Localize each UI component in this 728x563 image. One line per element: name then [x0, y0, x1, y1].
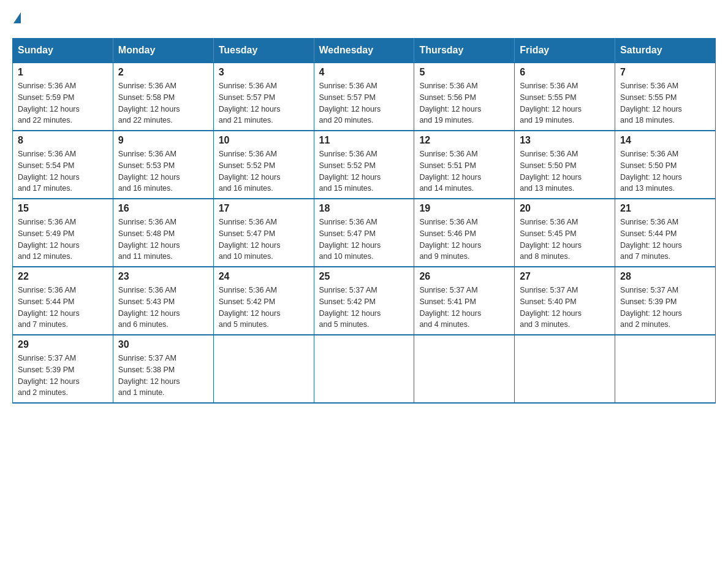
column-header-sunday: Sunday [13, 39, 113, 63]
day-number: 18 [319, 203, 409, 214]
day-number: 9 [118, 135, 208, 146]
day-info: Sunrise: 5:36 AM Sunset: 5:53 PM Dayligh… [118, 148, 208, 194]
day-info: Sunrise: 5:36 AM Sunset: 5:46 PM Dayligh… [419, 216, 509, 262]
table-row: 1 Sunrise: 5:36 AM Sunset: 5:59 PM Dayli… [13, 63, 113, 131]
day-number: 6 [520, 67, 610, 78]
day-info: Sunrise: 5:36 AM Sunset: 5:42 PM Dayligh… [219, 285, 309, 331]
day-info: Sunrise: 5:36 AM Sunset: 5:54 PM Dayligh… [18, 148, 108, 194]
table-row: 7 Sunrise: 5:36 AM Sunset: 5:55 PM Dayli… [615, 63, 716, 131]
table-row: 2 Sunrise: 5:36 AM Sunset: 5:58 PM Dayli… [113, 63, 213, 131]
table-row: 11 Sunrise: 5:36 AM Sunset: 5:52 PM Dayl… [314, 131, 414, 199]
table-row: 15 Sunrise: 5:36 AM Sunset: 5:49 PM Dayl… [13, 199, 113, 267]
day-info: Sunrise: 5:37 AM Sunset: 5:39 PM Dayligh… [620, 285, 710, 331]
table-row: 22 Sunrise: 5:36 AM Sunset: 5:44 PM Dayl… [13, 267, 113, 335]
table-row: 25 Sunrise: 5:37 AM Sunset: 5:42 PM Dayl… [314, 267, 414, 335]
day-number: 21 [620, 203, 710, 214]
column-header-wednesday: Wednesday [314, 39, 414, 63]
day-number: 23 [118, 271, 208, 282]
calendar-header-row: SundayMondayTuesdayWednesdayThursdayFrid… [13, 39, 716, 63]
table-row: 10 Sunrise: 5:36 AM Sunset: 5:52 PM Dayl… [213, 131, 314, 199]
table-row: 6 Sunrise: 5:36 AM Sunset: 5:55 PM Dayli… [515, 63, 615, 131]
table-row: 19 Sunrise: 5:36 AM Sunset: 5:46 PM Dayl… [414, 199, 515, 267]
table-row [515, 335, 615, 403]
day-number: 26 [419, 271, 509, 282]
table-row: 3 Sunrise: 5:36 AM Sunset: 5:57 PM Dayli… [213, 63, 314, 131]
day-info: Sunrise: 5:36 AM Sunset: 5:56 PM Dayligh… [419, 80, 509, 126]
day-info: Sunrise: 5:36 AM Sunset: 5:57 PM Dayligh… [319, 80, 409, 126]
day-info: Sunrise: 5:36 AM Sunset: 5:44 PM Dayligh… [18, 285, 108, 331]
day-info: Sunrise: 5:37 AM Sunset: 5:38 PM Dayligh… [118, 353, 208, 399]
day-number: 13 [520, 135, 610, 146]
table-row: 30 Sunrise: 5:37 AM Sunset: 5:38 PM Dayl… [113, 335, 213, 403]
day-number: 5 [419, 67, 509, 78]
table-row: 12 Sunrise: 5:36 AM Sunset: 5:51 PM Dayl… [414, 131, 515, 199]
table-row [414, 335, 515, 403]
day-info: Sunrise: 5:36 AM Sunset: 5:47 PM Dayligh… [219, 216, 309, 262]
day-number: 22 [18, 271, 108, 282]
day-number: 20 [520, 203, 610, 214]
calendar-week-row: 22 Sunrise: 5:36 AM Sunset: 5:44 PM Dayl… [13, 267, 716, 335]
day-info: Sunrise: 5:36 AM Sunset: 5:59 PM Dayligh… [18, 80, 108, 126]
day-info: Sunrise: 5:36 AM Sunset: 5:52 PM Dayligh… [319, 148, 409, 194]
logo-triangle-icon [13, 12, 21, 23]
calendar-week-row: 15 Sunrise: 5:36 AM Sunset: 5:49 PM Dayl… [13, 199, 716, 267]
column-header-friday: Friday [515, 39, 615, 63]
day-number: 30 [118, 339, 208, 350]
calendar-table: SundayMondayTuesdayWednesdayThursdayFrid… [12, 38, 716, 404]
table-row: 4 Sunrise: 5:36 AM Sunset: 5:57 PM Dayli… [314, 63, 414, 131]
day-number: 28 [620, 271, 710, 282]
table-row: 9 Sunrise: 5:36 AM Sunset: 5:53 PM Dayli… [113, 131, 213, 199]
day-info: Sunrise: 5:36 AM Sunset: 5:50 PM Dayligh… [520, 148, 610, 194]
day-number: 16 [118, 203, 208, 214]
day-info: Sunrise: 5:36 AM Sunset: 5:47 PM Dayligh… [319, 216, 409, 262]
day-info: Sunrise: 5:36 AM Sunset: 5:48 PM Dayligh… [118, 216, 208, 262]
day-info: Sunrise: 5:36 AM Sunset: 5:51 PM Dayligh… [419, 148, 509, 194]
table-row: 20 Sunrise: 5:36 AM Sunset: 5:45 PM Dayl… [515, 199, 615, 267]
day-number: 14 [620, 135, 710, 146]
day-number: 7 [620, 67, 710, 78]
day-info: Sunrise: 5:36 AM Sunset: 5:55 PM Dayligh… [620, 80, 710, 126]
table-row: 29 Sunrise: 5:37 AM Sunset: 5:39 PM Dayl… [13, 335, 113, 403]
table-row: 14 Sunrise: 5:36 AM Sunset: 5:50 PM Dayl… [615, 131, 716, 199]
day-number: 15 [18, 203, 108, 214]
day-info: Sunrise: 5:37 AM Sunset: 5:40 PM Dayligh… [520, 285, 610, 331]
table-row: 5 Sunrise: 5:36 AM Sunset: 5:56 PM Dayli… [414, 63, 515, 131]
day-info: Sunrise: 5:36 AM Sunset: 5:49 PM Dayligh… [18, 216, 108, 262]
table-row: 8 Sunrise: 5:36 AM Sunset: 5:54 PM Dayli… [13, 131, 113, 199]
day-number: 24 [219, 271, 309, 282]
day-info: Sunrise: 5:36 AM Sunset: 5:43 PM Dayligh… [118, 285, 208, 331]
day-number: 10 [219, 135, 309, 146]
table-row: 27 Sunrise: 5:37 AM Sunset: 5:40 PM Dayl… [515, 267, 615, 335]
table-row [213, 335, 314, 403]
day-info: Sunrise: 5:36 AM Sunset: 5:50 PM Dayligh… [620, 148, 710, 194]
table-row: 17 Sunrise: 5:36 AM Sunset: 5:47 PM Dayl… [213, 199, 314, 267]
table-row: 21 Sunrise: 5:36 AM Sunset: 5:44 PM Dayl… [615, 199, 716, 267]
day-number: 8 [18, 135, 108, 146]
table-row: 26 Sunrise: 5:37 AM Sunset: 5:41 PM Dayl… [414, 267, 515, 335]
day-info: Sunrise: 5:36 AM Sunset: 5:45 PM Dayligh… [520, 216, 610, 262]
column-header-monday: Monday [113, 39, 213, 63]
table-row: 18 Sunrise: 5:36 AM Sunset: 5:47 PM Dayl… [314, 199, 414, 267]
day-info: Sunrise: 5:37 AM Sunset: 5:39 PM Dayligh… [18, 353, 108, 399]
day-number: 11 [319, 135, 409, 146]
day-info: Sunrise: 5:36 AM Sunset: 5:58 PM Dayligh… [118, 80, 208, 126]
table-row: 23 Sunrise: 5:36 AM Sunset: 5:43 PM Dayl… [113, 267, 213, 335]
logo [12, 12, 21, 26]
calendar-week-row: 29 Sunrise: 5:37 AM Sunset: 5:39 PM Dayl… [13, 335, 716, 403]
calendar-week-row: 1 Sunrise: 5:36 AM Sunset: 5:59 PM Dayli… [13, 63, 716, 131]
day-info: Sunrise: 5:36 AM Sunset: 5:55 PM Dayligh… [520, 80, 610, 126]
table-row: 24 Sunrise: 5:36 AM Sunset: 5:42 PM Dayl… [213, 267, 314, 335]
column-header-thursday: Thursday [414, 39, 515, 63]
day-number: 27 [520, 271, 610, 282]
day-number: 1 [18, 67, 108, 78]
day-info: Sunrise: 5:37 AM Sunset: 5:41 PM Dayligh… [419, 285, 509, 331]
page-header [12, 12, 716, 26]
day-number: 29 [18, 339, 108, 350]
day-info: Sunrise: 5:36 AM Sunset: 5:57 PM Dayligh… [219, 80, 309, 126]
table-row: 13 Sunrise: 5:36 AM Sunset: 5:50 PM Dayl… [515, 131, 615, 199]
day-number: 12 [419, 135, 509, 146]
column-header-tuesday: Tuesday [213, 39, 314, 63]
day-number: 3 [219, 67, 309, 78]
day-info: Sunrise: 5:37 AM Sunset: 5:42 PM Dayligh… [319, 285, 409, 331]
day-number: 2 [118, 67, 208, 78]
